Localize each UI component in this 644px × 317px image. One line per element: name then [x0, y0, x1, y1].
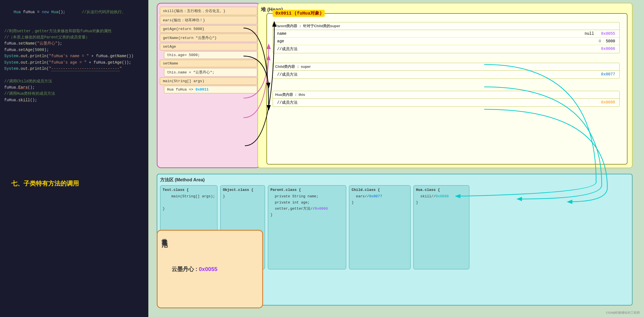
- parent-row-age: age 0 5000: [273, 38, 619, 45]
- parent-class-title: Parent.class {: [270, 188, 344, 192]
- parent-class-card: Parent.class { private String name; priv…: [268, 185, 346, 269]
- hua-class-title: Hua.class {: [416, 188, 467, 192]
- stack-row-5: setAge: [160, 43, 257, 50]
- code-comment-1: //利用setter，getter方法来修改和获取fuHua对象的属性: [4, 28, 144, 34]
- code-comment-3: //调用Child类的成员方法: [4, 78, 144, 84]
- stack-frame: skill{输出：五行相生，分石化玉。} ears{输出：动耳神功！} getA…: [157, 3, 260, 168]
- test-class-body: main(String[] args);}: [163, 193, 215, 212]
- fuhua-object-title: 0x0011 (fuHua对象): [273, 10, 325, 17]
- stack-row-6a: this.name = "云墨丹心";: [164, 68, 257, 77]
- constant-pool: 常量池 云墨丹心 : 0x0055: [157, 230, 263, 308]
- child-section-title: Child类内容 ： super: [273, 63, 619, 71]
- child-row-methods: //成员方法 0x0077: [273, 71, 619, 78]
- stack-row-7: main(String[] args): [160, 77, 257, 85]
- hua-section-title: Hua类内容 ： this: [273, 91, 619, 99]
- test-class-title: Test.class {: [163, 188, 215, 192]
- child-class-title: Child.class {: [352, 188, 408, 192]
- child-class-card: Child.class { ears//0x0077 }: [349, 185, 411, 269]
- code-comment-4: //调用Hua类特有的成员方法: [4, 91, 144, 97]
- child-section: Child类内容 ： super //成员方法 0x0077: [273, 63, 620, 79]
- stack-row-3: getAge{return 5000}: [160, 25, 257, 33]
- code-line-7: System.out.println("--------------------…: [4, 66, 144, 72]
- diagram-area: skill{输出：五行相生，分石化玉。} ears{输出：动耳神功！} getA…: [148, 0, 644, 317]
- stack-row-5a: this.age= 5000;: [164, 51, 257, 59]
- stack-row-7a: Hua fuHua => 0x0011: [164, 86, 257, 93]
- stack-row-2: ears{输出：动耳神功！}: [160, 16, 257, 24]
- const-pool-addr: 0x0055: [199, 266, 217, 272]
- object-class-body: }: [223, 193, 263, 200]
- child-class-body: ears//0x0077 }: [352, 193, 408, 206]
- method-area-title: 方法区 (Method Area): [160, 177, 629, 183]
- parent-section-title: Parent类内容 ： 针对于Child类的super: [273, 22, 619, 30]
- code-line-1: Hua fuHua = new Hua(); //从这行代码开始执行。: [4, 3, 144, 22]
- parent-class-body: private String name; private int age; se…: [270, 193, 344, 218]
- watermark: CSDN@积极搬砖的工程师: [606, 311, 640, 315]
- const-pool-content: 云墨丹心 : 0x0055: [172, 233, 217, 305]
- hua-class-card: Hua.class { skill//0x0088 }: [413, 185, 469, 269]
- stack-row-1: skill{输出：五行相生，分石化玉。}: [160, 7, 257, 15]
- hua-section: Hua类内容 ： this //成员方法 0x0088: [273, 91, 620, 107]
- code-line-9: fuHua.skill();: [4, 97, 144, 103]
- parent-row-methods: //成员方法 0x0066: [273, 45, 619, 53]
- annotation-label: 七、子类特有方法的调用: [11, 179, 79, 188]
- code-line-6: System.out.println("fuHua's age = " + fu…: [4, 59, 144, 66]
- stack-row-6: setName: [160, 60, 257, 67]
- hua-row-methods: //成员方法 0x0088: [273, 99, 619, 107]
- code-line-8: fuHua.Ears();: [4, 84, 144, 91]
- stack-row-4: getName{return "云墨丹心"}: [160, 34, 257, 42]
- code-line-4: fuHua.setAge(5000);: [4, 47, 144, 53]
- code-line-5: System.out.println("fuHua's name = " + f…: [4, 53, 144, 59]
- fuhua-object: 0x0011 (fuHua对象) Parent类内容 ： 针对于Child类的s…: [266, 13, 627, 165]
- code-panel: Hua fuHua = new Hua(); //从这行代码开始执行。 //利用…: [0, 0, 148, 317]
- hua-class-body: skill//0x0088 }: [416, 193, 467, 206]
- const-pool-label: 常量池: [160, 233, 169, 305]
- code-line-3: fuHua.setName("云墨丹心");: [4, 40, 144, 47]
- object-class-title: Object.class {: [223, 188, 263, 192]
- heap-box: 堆 (Heap) 0x0011 (fuHua对象) Parent类内容 ： 针对…: [257, 3, 633, 168]
- parent-row-name: name null 0x0055: [273, 30, 619, 38]
- code-comment-2: //（本质上修改的就是Parent父类的成员变量）: [4, 34, 144, 40]
